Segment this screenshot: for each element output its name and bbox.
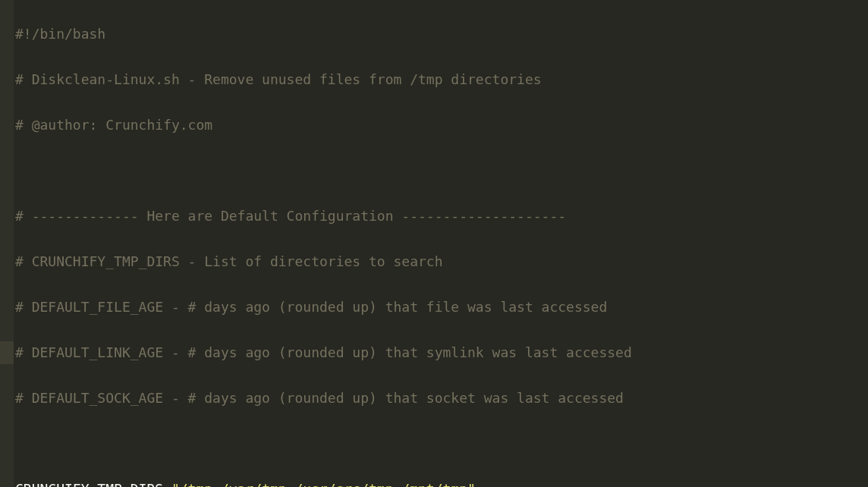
code-line: # DEFAULT_SOCK_AGE - # days ago (rounded… <box>15 387 865 410</box>
variable-name: CRUNCHIFY_TMP_DIRS <box>15 481 163 487</box>
comment: # DEFAULT_SOCK_AGE - # days ago (rounded… <box>15 390 624 406</box>
gutter-highlight <box>0 341 14 364</box>
code-line: # DEFAULT_FILE_AGE - # days ago (rounded… <box>15 296 865 319</box>
code-line: # DEFAULT_LINK_AGE - # days ago (rounded… <box>15 341 865 364</box>
code-line: CRUNCHIFY_TMP_DIRS="/tmp /var/tmp /usr/s… <box>15 478 865 487</box>
string-literal: "/tmp /var/tmp /usr/src/tmp /mnt/tmp" <box>171 481 476 487</box>
comment: # ------------- Here are Default Configu… <box>15 208 566 224</box>
code-editor[interactable]: #!/bin/bash # Diskclean-Linux.sh - Remov… <box>14 0 868 487</box>
shebang: #!/bin/bash <box>15 26 105 42</box>
code-line: # @author: Crunchify.com <box>15 114 865 137</box>
comment: # Diskclean-Linux.sh - Remove unused fil… <box>15 71 542 87</box>
code-line <box>15 432 865 455</box>
code-line: # ------------- Here are Default Configu… <box>15 205 865 228</box>
comment: # DEFAULT_FILE_AGE - # days ago (rounded… <box>15 299 607 315</box>
code-line: #!/bin/bash <box>15 23 865 46</box>
comment: # CRUNCHIFY_TMP_DIRS - List of directori… <box>15 253 443 269</box>
code-line: # Diskclean-Linux.sh - Remove unused fil… <box>15 68 865 91</box>
comment: # @author: Crunchify.com <box>15 117 212 133</box>
code-line <box>15 159 865 182</box>
comment: # DEFAULT_LINK_AGE - # days ago (rounded… <box>15 344 632 360</box>
editor-gutter <box>0 0 14 487</box>
equals: = <box>163 481 171 487</box>
code-line: # CRUNCHIFY_TMP_DIRS - List of directori… <box>15 250 865 273</box>
